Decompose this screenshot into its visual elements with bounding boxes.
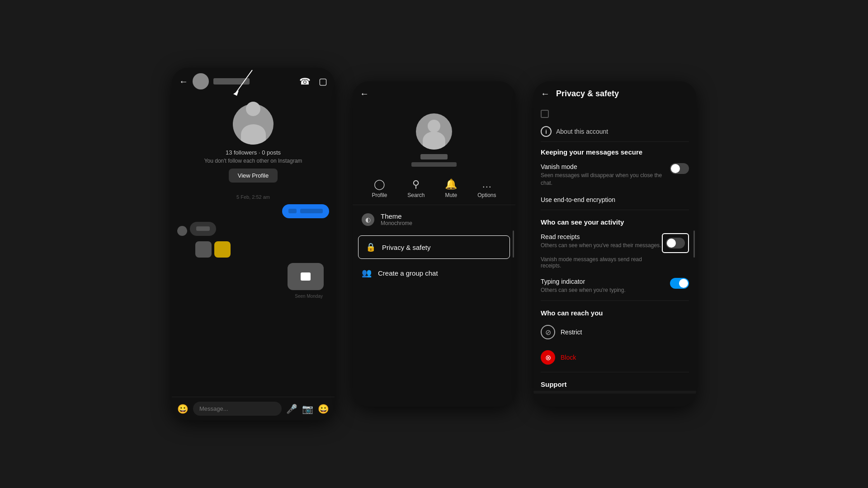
avatar-body [423,131,445,150]
typing-indicator-row: Typing indicator Others can see when you… [541,273,689,299]
video-icon[interactable]: ▢ [319,76,327,87]
options-avatar [416,113,452,150]
options-icon: … [482,178,492,190]
menu-theme[interactable]: ◐ Theme Monochrome [353,205,515,234]
options-label: Options [477,192,496,198]
about-label: About this account [556,128,608,135]
toggle-thumb [671,164,680,173]
header-actions: ☎ ▢ [299,76,327,87]
menu-privacy[interactable]: 🔒 Privacy & safety [358,235,510,259]
toggle-thumb [679,279,688,288]
incoming-avatar [177,226,187,236]
profile-stats: 13 followers · 0 posts [226,149,281,156]
menu-group-chat[interactable]: 👥 Create a group chat [353,261,515,285]
chat-footer: 😀 🎤 📷 😀 + [172,397,335,420]
phone-chat: ← ☎ ▢ 13 followers · 0 posts You don't f… [172,68,335,420]
chat-avatar-small [193,73,209,89]
svg-line-0 [236,70,252,93]
sticker-icon[interactable]: 😀 [318,404,329,414]
options-header: ← [353,81,515,104]
action-search[interactable]: ⚲ Search [407,178,425,198]
image-attach-icon[interactable]: 📷 [302,404,313,414]
seen-status: Seen Monday [177,294,329,299]
back-icon[interactable]: ← [541,89,550,99]
sub-bar [411,162,457,167]
message-input[interactable] [193,402,282,416]
emoji-icon[interactable]: 😀 [177,404,189,414]
theme-info: Theme Monochrome [381,212,412,226]
privacy-header: ← Privacy & safety [533,81,696,104]
vanish-mode-toggle[interactable] [670,163,689,174]
read-receipts-toggle-box[interactable] [662,233,689,253]
avatar-body [241,124,266,145]
bubble-gray-1 [190,222,216,236]
theme-label: Theme [381,212,412,220]
read-receipts-toggle[interactable] [666,238,685,249]
name-bar [420,154,448,160]
divider-2 [541,300,689,301]
vanish-mode-row: Vanish mode Seen messages will disappear… [541,159,689,192]
mic-icon[interactable]: 🎤 [286,404,297,414]
options-profile [353,104,515,172]
about-account-row[interactable]: i About this account [541,122,689,142]
read-receipts-label: Read receipts [541,233,662,240]
avatar-head [246,104,260,116]
block-label: Block [561,354,576,361]
section-messages: Keeping your messages secure [541,142,689,159]
quick-actions: ◯ Profile ⚲ Search 🔔 Mute … Options [353,172,515,205]
e2e-row[interactable]: Use end-to-end encryption [541,192,689,208]
action-mute[interactable]: 🔔 Mute [445,178,457,198]
theme-sub: Monochrome [381,220,412,226]
block-icon: ⊗ [541,350,555,365]
group-icon: 👥 [362,268,372,278]
page-title: Privacy & safety [556,89,619,99]
restrict-icon: ⊘ [541,325,555,339]
add-icon[interactable]: + [334,404,335,414]
block-row[interactable]: ⊗ Block [541,345,689,370]
messages-list: Seen Monday [172,204,335,299]
action-profile[interactable]: ◯ Profile [372,178,387,198]
profile-section: 13 followers · 0 posts You don't follow … [172,95,335,190]
vanish-mode-label: Vanish mode [541,163,670,170]
divider-1 [541,210,689,210]
avatar-large [233,104,274,145]
mute-icon: 🔔 [445,178,457,190]
restrict-label: Restrict [561,328,582,336]
search-icon: ⚲ [412,178,420,190]
phone-options: ← ◯ Profile ⚲ Search 🔔 Mute … Options ◐ [353,81,515,407]
e2e-label: Use end-to-end encryption [541,196,615,203]
view-profile-button[interactable]: View Profile [229,169,278,183]
follow-text: You don't follow each other on Instagram [204,158,302,164]
phone-privacy: ← Privacy & safety i About this account … [533,81,696,407]
date-divider: 5 Feb, 2:52 am [172,190,335,204]
message-outgoing-1 [177,204,329,218]
checkbox[interactable] [541,110,549,118]
report-highlight: ⚠ Report [533,391,696,394]
lock-icon: 🔒 [366,242,376,252]
restrict-row[interactable]: ⊘ Restrict [541,319,689,345]
divider-3 [541,372,689,372]
section-activity: Who can see your activity [541,212,689,229]
toggle-thumb [667,239,676,248]
media-row-1 [177,239,329,259]
avatar-head [428,120,440,132]
typing-label: Typing indicator [541,278,670,285]
typing-sub: Others can see when you're typing. [541,286,670,294]
read-receipts-sub2: Vanish mode messages always send read re… [541,253,662,269]
profile-label: Profile [372,192,387,198]
back-icon[interactable]: ← [360,89,369,99]
action-options[interactable]: … Options [477,178,496,198]
back-icon[interactable]: ← [179,76,188,87]
theme-icon: ◐ [362,213,374,226]
message-outgoing-image [177,263,329,290]
group-label: Create a group chat [378,269,438,277]
search-label: Search [407,192,425,198]
typing-info: Typing indicator Others can see when you… [541,278,670,294]
section-support: Support [541,374,689,391]
section-reach: Who can reach you [541,303,689,319]
read-receipts-sub: Others can see when you've read their me… [541,242,662,249]
scroll-handle [693,230,695,258]
typing-toggle[interactable] [670,278,689,289]
message-incoming-1 [177,222,329,236]
phone-icon[interactable]: ☎ [299,76,311,87]
